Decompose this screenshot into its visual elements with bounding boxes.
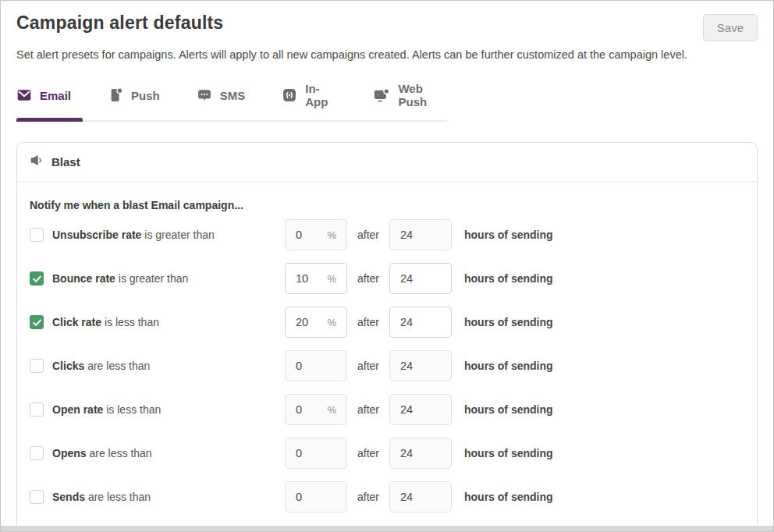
threshold-input[interactable] (286, 403, 327, 416)
page-subtitle: Set alert presets for campaigns. Alerts … (16, 48, 758, 61)
blast-card-body: Notify me when a blast Email campaign...… (17, 182, 757, 532)
threshold-box: % (285, 263, 347, 294)
threshold-input[interactable] (286, 447, 346, 459)
hours-of-sending-label: hours of sending (464, 447, 553, 459)
tab-push-label: Push (131, 89, 160, 102)
alert-row: Clicks are less than after hours of send… (30, 344, 744, 388)
alert-row-label: Open rate is less than (52, 403, 285, 416)
blast-card-header: Blast (17, 143, 757, 182)
page-header: Campaign alert defaults Save (16, 12, 758, 41)
hours-box (389, 438, 452, 469)
alert-row: Bounce rate is greater than % after hour… (30, 257, 744, 300)
after-label: after (357, 360, 379, 372)
threshold-box (285, 438, 347, 469)
threshold-box: % (285, 307, 347, 338)
after-label: after (357, 403, 379, 416)
hours-box (389, 307, 452, 338)
hours-input[interactable] (390, 316, 451, 328)
web-push-icon (373, 87, 390, 103)
alert-row: Sends are less than after hours of sendi… (30, 475, 744, 519)
email-icon (16, 87, 32, 103)
metric-name: Clicks (52, 360, 84, 372)
tab-sms-label: SMS (220, 89, 246, 102)
tab-web-push[interactable]: Web Push (373, 82, 447, 108)
hours-box (389, 219, 452, 250)
tab-sms[interactable]: SMS (197, 82, 246, 108)
hours-box (389, 350, 452, 381)
metric-condition: is less than (106, 403, 161, 416)
hours-input[interactable] (390, 360, 451, 372)
channel-tabbar: Email Push SMS (16, 82, 447, 122)
alert-checkbox[interactable] (30, 228, 44, 242)
hours-box (389, 394, 452, 425)
alert-checkbox[interactable] (30, 271, 44, 286)
threshold-input[interactable] (286, 491, 346, 503)
threshold-input[interactable] (286, 360, 346, 372)
in-app-icon (282, 87, 297, 103)
hours-of-sending-label: hours of sending (464, 360, 553, 372)
threshold-input[interactable] (286, 272, 327, 285)
alert-row-label: Clicks are less than (52, 360, 285, 372)
metric-name: Bounce rate (52, 272, 115, 285)
hours-input[interactable] (390, 272, 451, 285)
hours-input[interactable] (390, 491, 451, 503)
tab-email[interactable]: Email (16, 82, 71, 108)
alert-checkbox[interactable] (30, 403, 44, 417)
notify-intro: Notify me when a blast Email campaign... (30, 199, 744, 211)
hours-box (389, 263, 452, 294)
metric-condition: are less than (89, 447, 151, 459)
page-title: Campaign alert defaults (16, 12, 223, 34)
blast-card-title: Blast (51, 155, 80, 168)
metric-name: Sends (52, 491, 85, 503)
alert-checkbox[interactable] (30, 490, 44, 504)
metric-name: Opens (52, 447, 87, 459)
hours-box (389, 481, 452, 512)
metric-condition: are less than (88, 491, 151, 503)
after-label: after (357, 447, 379, 459)
metric-condition: is less than (105, 316, 159, 328)
alert-row: Click rate is less than % after hours of… (30, 300, 744, 344)
alert-row: Opens are less than after hours of sendi… (30, 431, 744, 475)
threshold-box: % (285, 219, 347, 250)
hours-input[interactable] (390, 447, 451, 459)
hours-input[interactable] (390, 403, 451, 416)
tab-in-app-label: In-App (305, 82, 336, 108)
alert-checkbox[interactable] (30, 446, 44, 460)
hours-of-sending-label: hours of sending (464, 272, 553, 285)
metric-name: Click rate (52, 316, 101, 328)
megaphone-icon (30, 153, 44, 171)
metric-name: Unsubscribe rate (52, 229, 141, 241)
after-label: after (357, 316, 379, 328)
alert-row: Open rate is less than % after hours of … (30, 388, 744, 431)
percent-unit: % (327, 404, 346, 416)
metric-condition: is greater than (144, 229, 215, 241)
blast-card: Blast Notify me when a blast Email campa… (16, 142, 758, 532)
alert-row-label: Unsubscribe rate is greater than (52, 229, 285, 241)
hours-of-sending-label: hours of sending (464, 403, 553, 416)
alert-row-label: Bounce rate is greater than (52, 272, 285, 285)
metric-condition: is greater than (119, 272, 189, 285)
threshold-box (285, 350, 347, 381)
threshold-box: % (285, 394, 347, 425)
push-icon (108, 87, 123, 103)
threshold-box (285, 481, 347, 512)
alert-rows: Unsubscribe rate is greater than % after… (30, 213, 744, 519)
hours-of-sending-label: hours of sending (464, 316, 553, 328)
metric-name: Open rate (52, 403, 103, 416)
threshold-input[interactable] (286, 316, 327, 328)
alert-checkbox[interactable] (30, 315, 44, 329)
threshold-input[interactable] (286, 229, 327, 241)
tab-email-label: Email (40, 89, 71, 102)
after-label: after (357, 272, 379, 285)
tab-in-app[interactable]: In-App (282, 82, 336, 108)
percent-unit: % (327, 273, 346, 285)
metric-condition: are less than (87, 360, 150, 372)
tab-web-push-label: Web Push (398, 82, 447, 108)
hours-input[interactable] (390, 229, 451, 241)
alert-checkbox[interactable] (30, 359, 44, 373)
alert-row-label: Click rate is less than (52, 316, 285, 328)
save-button[interactable]: Save (703, 14, 758, 41)
tab-push[interactable]: Push (108, 82, 160, 108)
percent-unit: % (327, 317, 346, 328)
window-edge (1, 526, 773, 531)
